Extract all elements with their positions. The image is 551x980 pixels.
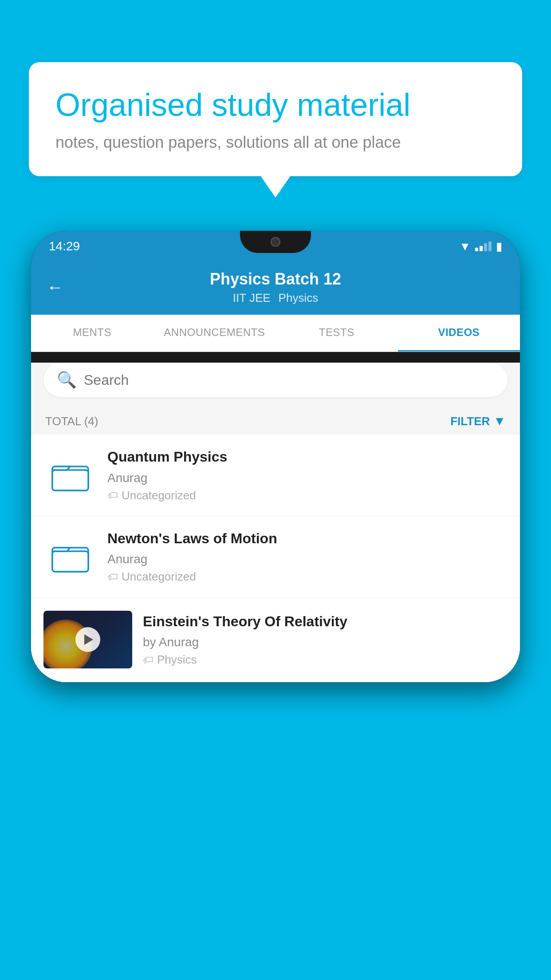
batch-subtitle-2: Physics [279,291,319,305]
search-bar[interactable]: 🔍 [43,363,508,397]
filter-icon: ▼ [493,414,506,428]
tab-ments[interactable]: MENTS [31,315,153,352]
list-item[interactable]: Einstein's Theory Of Relativity by Anura… [31,597,520,682]
list-item[interactable]: Quantum Physics Anurag 🏷 Uncategorized [31,435,520,516]
folder-thumbnail [43,453,97,497]
play-button[interactable] [75,627,100,652]
video-info: Newton's Laws of Motion Anurag 🏷 Uncateg… [107,530,508,584]
tab-announcements[interactable]: ANNOUNCEMENTS [153,315,276,352]
video-tag: 🏷 Physics [143,653,508,667]
folder-icon [51,458,89,492]
folder-icon [51,540,89,573]
tag-label: Uncategorized [122,570,196,584]
video-info: Einstein's Theory Of Relativity by Anura… [143,612,508,667]
tag-label: Physics [157,653,197,667]
status-bar: 14:29 ▼ ▮ [31,231,520,262]
tag-icon: 🏷 [143,654,153,666]
video-thumbnail [43,611,132,668]
video-info: Quantum Physics Anurag 🏷 Uncategorized [107,448,508,502]
speech-bubble: Organised study material notes, question… [29,62,522,176]
video-tag: 🏷 Uncategorized [107,570,508,584]
tab-videos[interactable]: VIDEOS [398,315,520,352]
front-camera [271,237,280,247]
play-icon [84,634,93,645]
video-author: Anurag [107,552,508,566]
folder-thumbnail [43,534,97,579]
wifi-icon: ▼ [459,240,471,253]
svg-rect-1 [52,470,88,490]
battery-icon: ▮ [496,240,502,253]
back-button[interactable]: ← [47,278,63,297]
video-author: by Anurag [143,635,508,649]
video-title: Quantum Physics [107,448,508,466]
tab-bar: MENTS ANNOUNCEMENTS TESTS VIDEOS [31,315,520,352]
video-title: Einstein's Theory Of Relativity [143,612,508,631]
video-author: Anurag [107,471,508,485]
phone-mockup: 14:29 ▼ ▮ ← Physics Batch 12 IIT JEE Phy… [31,231,520,682]
header-title-group: Physics Batch 12 IIT JEE Physics [210,270,341,305]
filter-button[interactable]: FILTER ▼ [450,414,506,428]
filter-label: FILTER [450,415,490,428]
status-icons: ▼ ▮ [459,240,502,253]
batch-title: Physics Batch 12 [210,270,341,288]
search-icon: 🔍 [57,371,77,389]
tag-icon: 🏷 [107,489,118,502]
status-time: 14:29 [49,239,80,253]
notch [240,231,311,253]
tab-tests[interactable]: TESTS [276,315,398,352]
app-header: ← Physics Batch 12 IIT JEE Physics [31,262,520,315]
screen-content: 🔍 TOTAL (4) FILTER ▼ [31,363,520,682]
video-list: Quantum Physics Anurag 🏷 Uncategorized [31,435,520,682]
speech-bubble-headline: Organised study material [55,87,496,123]
list-item[interactable]: Newton's Laws of Motion Anurag 🏷 Uncateg… [31,516,520,598]
video-tag: 🏷 Uncategorized [107,489,508,502]
filter-bar: TOTAL (4) FILTER ▼ [31,408,520,435]
search-input[interactable] [84,372,494,388]
tag-icon: 🏷 [107,571,118,583]
speech-bubble-subtext: notes, question papers, solutions all at… [55,133,496,152]
tag-label: Uncategorized [122,489,196,502]
video-title: Newton's Laws of Motion [107,530,508,548]
phone-wrapper: 14:29 ▼ ▮ ← Physics Batch 12 IIT JEE Phy… [31,231,520,980]
header-subtitle: IIT JEE Physics [210,291,341,305]
svg-rect-3 [52,551,88,572]
batch-subtitle-1: IIT JEE [233,291,271,305]
speech-bubble-container: Organised study material notes, question… [29,62,522,176]
total-count: TOTAL (4) [45,415,98,428]
signal-bars-icon [475,241,492,251]
